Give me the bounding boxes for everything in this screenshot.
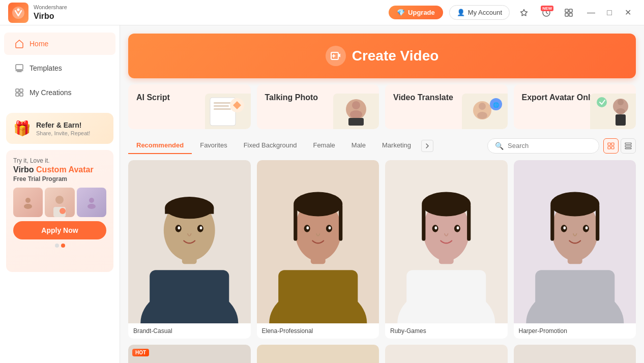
create-video-inner: Create Video [326,46,439,66]
avatar-name: Ruby-Games [385,323,508,339]
svg-rect-79 [535,270,614,323]
feature-card-talking-photo[interactable]: Talking Photo [257,84,379,129]
avatar-card[interactable] [385,345,508,363]
feature-talking-photo-title: Talking Photo [265,93,318,103]
svg-point-76 [434,226,437,229]
svg-point-17 [89,198,94,203]
filter-tab-female[interactable]: Female [305,137,343,154]
svg-point-88 [585,226,588,229]
svg-point-77 [457,226,459,229]
feature-card-ai-script[interactable]: AI Script [128,84,251,129]
avatar-image [514,345,636,363]
svg-point-66 [328,226,331,229]
sidebar-my-creations-label: My Creations [30,88,71,97]
avatar-card[interactable]: HOT [128,345,251,363]
minimize-button[interactable]: — [583,5,599,21]
feature-card-export-avatar[interactable]: Export Avatar Only [514,84,636,129]
svg-rect-10 [16,93,19,96]
upgrade-icon: 💎 [397,9,405,16]
creations-icon [14,87,24,98]
svg-rect-62 [339,204,342,240]
search-input[interactable] [508,142,592,149]
feature-video-translate-title: Video Translate [393,93,453,103]
promo-avatar-sub: Free Trial Program [13,175,106,183]
avatar-card[interactable]: Brandt-Casual [128,160,251,339]
svg-point-60 [294,192,342,216]
svg-rect-28 [348,118,364,126]
maximize-button[interactable]: □ [601,5,618,21]
refer-icon: 🎁 [13,120,31,137]
svg-rect-41 [608,146,610,149]
close-button[interactable]: ✕ [620,5,636,21]
svg-point-12 [25,198,31,203]
account-icon: 👤 [457,9,465,16]
filter-tab-favorites[interactable]: Favorites [192,137,235,154]
avatar-card[interactable]: Elena-Professional [257,160,379,339]
dot-1 [55,244,59,248]
dot-2 [61,244,65,248]
sidebar-item-my-creations[interactable]: My Creations [4,81,115,104]
refer-subtitle: Share, Invite, Repeat! [36,130,90,136]
sidebar-item-templates[interactable]: Templates [4,57,115,79]
svg-point-55 [200,226,202,229]
promo-avatar-images [13,188,106,217]
grid-view-button[interactable] [603,138,619,154]
favorite-icon-button[interactable] [516,5,532,21]
create-video-banner[interactable]: Create Video [128,34,636,78]
feature-video-translate-img: 🌐 [462,94,508,129]
avatar-image [385,160,508,323]
svg-rect-22 [214,105,229,107]
filter-tab-fixed-background[interactable]: Fixed Background [236,137,305,154]
sidebar-item-home[interactable]: Home [4,33,115,55]
avatar-card[interactable] [257,345,379,363]
filter-tab-marketing[interactable]: Marketing [374,137,419,154]
list-view-button[interactable] [621,138,636,154]
svg-point-54 [178,226,180,229]
filter-more-button[interactable] [421,140,433,152]
history-icon-button[interactable]: NEW [538,5,554,21]
apply-now-button[interactable]: Apply Now [13,221,106,239]
content-area: Create Video AI Script Talking Photo Vi [120,25,644,363]
avatar-image: HOT [128,345,251,363]
avatar-image [385,345,508,363]
avatar-card[interactable]: Harper-Promotion [514,160,636,339]
upgrade-button[interactable]: 💎 Upgrade [389,6,443,19]
svg-point-36 [616,108,625,114]
avatar-name: Harper-Promotion [514,323,636,339]
title-bar-actions: 💎 Upgrade 👤 My Account NEW — □ ✕ [389,5,636,21]
avatar-card[interactable] [514,345,636,363]
avatar-image [257,345,379,363]
svg-rect-11 [20,93,23,96]
svg-point-30 [479,103,486,110]
svg-point-16 [60,208,66,214]
avatar-card[interactable]: Ruby-Games [385,160,508,339]
app-branding: Wondershare Virbo [8,3,67,23]
promo-refer-card[interactable]: 🎁 Refer & Earn! Share, Invite, Repeat! [6,113,113,144]
svg-point-87 [563,226,566,229]
svg-point-38 [597,97,607,107]
svg-rect-68 [406,270,486,323]
grid-icon-button[interactable] [561,5,577,21]
window-controls: — □ ✕ [583,5,636,21]
svg-point-26 [352,101,360,109]
avatar-image [514,160,636,323]
avatar-grid: Brandt-Casual [128,160,636,363]
svg-rect-47 [150,270,229,323]
svg-rect-5 [565,13,568,16]
filter-tab-recommended[interactable]: Recommended [128,137,192,154]
search-box[interactable]: 🔍 [487,138,599,154]
app-name: Wondershare Virbo [34,4,67,20]
filter-tab-male[interactable]: Male [343,137,374,154]
promo-avatar-brand: Virbo Custom Avatar [13,165,106,174]
sidebar-home-label: Home [30,40,48,48]
svg-rect-45 [625,148,631,149]
svg-rect-57 [278,270,358,323]
feature-cards: AI Script Talking Photo Video Translate … [128,84,636,129]
hot-badge: HOT [132,349,149,356]
feature-ai-script-title: AI Script [136,93,170,103]
my-account-button[interactable]: 👤 My Account [449,5,510,20]
sidebar: Home Templates My Creations 🎁 Refer & Ea… [0,25,120,363]
svg-rect-21 [214,102,232,104]
feature-card-video-translate[interactable]: Video Translate 🌐 [385,84,508,129]
home-icon [14,39,24,49]
